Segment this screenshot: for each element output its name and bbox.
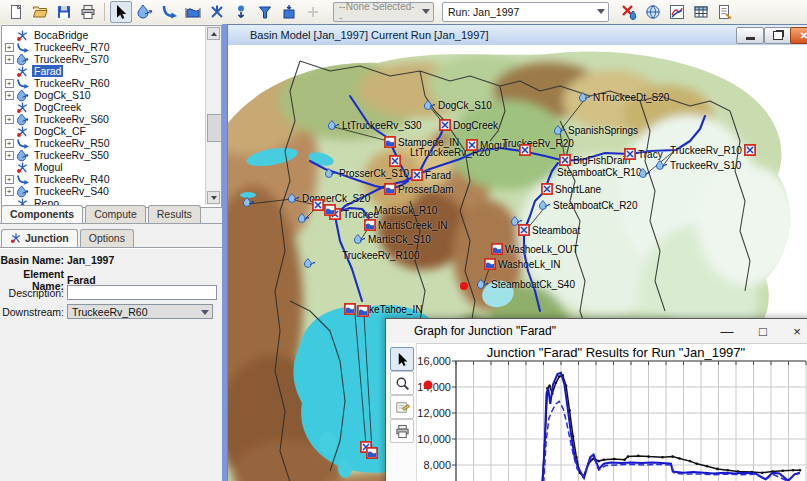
maximize-button[interactable]: □ [748, 319, 778, 343]
map-element-MartisCreek_IN[interactable]: MartisCreek_IN [364, 219, 447, 231]
close-button[interactable]: ✕ [790, 27, 807, 44]
expand-icon[interactable]: + [5, 91, 14, 100]
minimize-button[interactable]: — [712, 319, 742, 343]
source-tool-button[interactable] [230, 1, 252, 23]
graph-properties-tool-button[interactable] [390, 395, 414, 419]
map-element-TruckeeRv_R20[interactable]: TruckeeRv_R20 [500, 138, 574, 149]
expand-icon[interactable]: + [5, 175, 14, 184]
tree-item-TruckeeRv_S60[interactable]: +TruckeeRv_S60 [2, 113, 205, 125]
map-element-node[interactable] [312, 199, 324, 211]
map-element-node[interactable] [324, 204, 336, 216]
summary-button[interactable] [714, 1, 736, 23]
element-selector-combo[interactable]: --None Selected-- [333, 2, 434, 22]
tab-components[interactable]: Components [1, 205, 83, 223]
reservoir-tool-button[interactable] [182, 1, 204, 23]
map-element-SteamboatCk_R10[interactable]: SteamboatCk_R10 [555, 167, 642, 178]
map-element-node[interactable] [511, 215, 523, 227]
close-button[interactable]: × [782, 319, 807, 343]
scroll-up-icon[interactable] [207, 27, 220, 40]
map-element-ProsserCk_S10[interactable]: ProsserCk_S10 [325, 167, 409, 179]
downstream-combo[interactable]: TruckeeRv_R60 [67, 304, 213, 319]
map-element-node[interactable] [519, 144, 531, 156]
map-element-WashoeLk_OUT[interactable]: WashoeLk_OUT [491, 243, 579, 255]
map-element-node[interactable] [357, 305, 369, 317]
map-element-TruckeeRv_S10[interactable]: TruckeeRv_S10 [656, 159, 741, 171]
expand-icon[interactable]: + [5, 79, 14, 88]
global-viewer-button[interactable] [642, 1, 664, 23]
restore-button[interactable] [764, 27, 792, 44]
print-button[interactable] [77, 1, 99, 23]
scrollbar-thumb[interactable] [207, 114, 222, 142]
tree-scrollbar[interactable] [205, 26, 221, 205]
editor-tab-junction[interactable]: Junction [1, 229, 78, 247]
junction-tool-button[interactable] [206, 1, 228, 23]
map-element-Farad[interactable]: Farad [411, 169, 451, 181]
basin-model-titlebar[interactable]: Basin Model [Jan_1997] Current Run [Jan_… [228, 25, 807, 46]
map-element-node[interactable] [366, 447, 378, 459]
save-button[interactable] [53, 1, 75, 23]
tree-item-Mogul[interactable]: Mogul [2, 161, 205, 173]
tree-item-TruckeeRv_S40[interactable]: +TruckeeRv_S40 [2, 185, 205, 197]
map-element-DonnerCk_S20[interactable]: DonnerCk_S20 [288, 192, 370, 204]
map-element-WashoeLk_IN[interactable]: WashoeLk_IN [484, 258, 560, 270]
diversion-tool-button[interactable] [254, 1, 276, 23]
tree-item-Farad[interactable]: Farad [2, 65, 205, 77]
map-element-DogCk_S10[interactable]: DogCk_S10 [424, 99, 492, 111]
map-element-NTruckeeDt_S20[interactable]: NTruckeeDt_S20 [579, 91, 669, 103]
reach-tool-button[interactable] [158, 1, 180, 23]
minimize-button[interactable] [736, 27, 764, 44]
table-button[interactable] [690, 1, 712, 23]
map-element-node[interactable] [298, 212, 310, 224]
map-element-SpanishSprings[interactable]: SpanishSprings [554, 124, 638, 136]
expand-icon[interactable]: + [5, 115, 14, 124]
editor-tab-options[interactable]: Options [80, 229, 134, 247]
map-element-LtTruckeeRv_S30[interactable]: LtTruckeeRv_S30 [328, 119, 422, 131]
sink-tool-button[interactable] [278, 1, 300, 23]
tree-item-TruckeeRv_S70[interactable]: +TruckeeRv_S70 [2, 53, 205, 65]
map-element-MartisCk_R10[interactable]: MartisCk_R10 [372, 205, 437, 216]
tree-item-DogCreek[interactable]: DogCreek [2, 101, 205, 113]
add-tool-button[interactable] [302, 1, 324, 23]
run-selector-combo[interactable]: Run: Jan_1997 [442, 2, 609, 22]
map-element-node[interactable] [304, 257, 316, 269]
expand-icon[interactable]: + [5, 139, 14, 148]
expand-icon[interactable]: + [5, 151, 14, 160]
tab-compute[interactable]: Compute [85, 205, 146, 223]
expand-icon[interactable]: + [5, 187, 14, 196]
tree-item-TruckeeRv_R70[interactable]: +TruckeeRv_R70 [2, 41, 205, 53]
map-element-BigFishDrain[interactable]: BigFishDrain [559, 154, 630, 166]
map-element-node[interactable] [389, 155, 401, 167]
map-element-DogCreek[interactable]: DogCreek [439, 119, 498, 131]
map-element-SteamboatCk_R20[interactable]: SteamboatCk_R20 [539, 199, 638, 211]
pointer-tool-button[interactable] [110, 1, 132, 23]
expand-icon[interactable]: + [5, 55, 14, 64]
graph-window-titlebar[interactable]: Graph for Junction "Farad" [386, 319, 807, 344]
map-element-TruckeeRv_R10[interactable]: TruckeeRv_R10 [670, 144, 756, 156]
tree-item-DogCk_S10[interactable]: +DogCk_S10 [2, 89, 205, 101]
compute-button[interactable] [618, 1, 640, 23]
subbasin-tool-button[interactable] [134, 1, 156, 23]
map-element-TruckeeRv_R100[interactable]: TruckeeRv_R100 [340, 250, 419, 261]
scroll-down-icon[interactable] [207, 191, 220, 204]
map-element-Steamboat[interactable]: Steamboat [518, 224, 580, 236]
tree-item-TruckeeRv_R60[interactable]: +TruckeeRv_R60 [2, 77, 205, 89]
map-element-node[interactable] [243, 196, 255, 208]
description-field[interactable] [67, 285, 217, 300]
map-element-LakeTahoe_IN[interactable]: LakeTahoe_IN [344, 303, 423, 315]
new-file-button[interactable] [5, 1, 27, 23]
graph-print-tool-button[interactable] [390, 419, 414, 443]
tree-item-DogCk_CF[interactable]: DogCk_CF [2, 125, 205, 137]
open-folder-button[interactable] [29, 1, 51, 23]
tab-results[interactable]: Results [148, 205, 201, 223]
graph-button[interactable] [666, 1, 688, 23]
graph-pointer-tool-button[interactable] [390, 347, 414, 371]
map-element-SteamboatCk_S40[interactable]: SteamboatCk_S40 [477, 278, 575, 290]
tree-item-TruckeeRv_R50[interactable]: +TruckeeRv_R50 [2, 137, 205, 149]
map-element-ShortLane[interactable]: ShortLane [541, 183, 601, 195]
tree-item-TruckeeRv_R40[interactable]: +TruckeeRv_R40 [2, 173, 205, 185]
graph-zoom-tool-button[interactable] [390, 371, 414, 395]
map-element-ProsserDam[interactable]: ProsserDam [384, 183, 454, 195]
map-element-node[interactable] [639, 167, 651, 179]
map-element-MartisCk_S10[interactable]: MartisCk_S10 [354, 233, 431, 245]
tree-item-BocaBridge[interactable]: BocaBridge [2, 29, 205, 41]
